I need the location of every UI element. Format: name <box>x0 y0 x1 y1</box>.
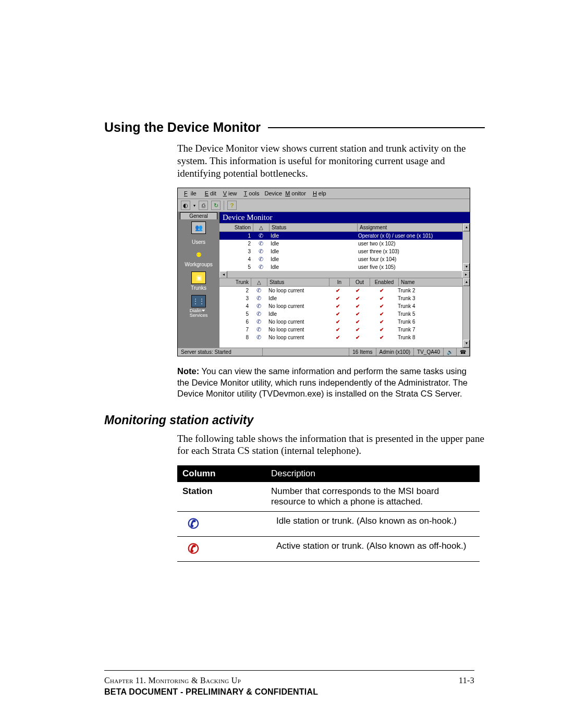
col-status[interactable]: Status <box>270 224 358 231</box>
check-icon: ✔ <box>380 311 384 317</box>
dialing-icon: ⋮⋮ <box>191 295 206 307</box>
table-header: Column Description <box>177 465 480 482</box>
sidebar-item-trunks[interactable]: ▣Trunks <box>178 269 219 293</box>
toolbar: ◐ ▾ ⎙ ↻ ? <box>178 199 470 212</box>
menu-edit[interactable]: Edit <box>202 190 218 197</box>
subsection-heading: Monitoring station activity <box>104 413 485 427</box>
sidebar: General 👥 Users ⚉Workgroups ▣Trunks ⋮⋮Di… <box>178 212 219 348</box>
cell-idle-desc: Idle station or trunk. (Also known as on… <box>271 516 480 532</box>
check-icon: ✔ <box>336 319 340 325</box>
scroll-track[interactable] <box>227 271 462 278</box>
station-row[interactable]: 3✆Idleuser three (x 103) <box>219 248 470 255</box>
col-trunk-status[interactable]: Status <box>267 278 329 286</box>
check-icon: ✔ <box>380 327 384 332</box>
check-icon: ✔ <box>336 311 340 317</box>
sub-intro: The following table shows the informatio… <box>177 433 485 458</box>
trunk-row[interactable]: 2✆No loop current✔✔✔Trunk 2 <box>219 287 470 294</box>
table-row: Station Number that corresponds to the M… <box>177 482 480 512</box>
toolbar-dropdown-icon[interactable]: ▾ <box>193 203 195 208</box>
trunk-row[interactable]: 8✆No loop current✔✔✔Trunk 8 <box>219 334 470 341</box>
scroll-down-icon[interactable]: ▾ <box>463 340 470 348</box>
note-block: Note: You can view the same information … <box>177 366 480 399</box>
check-icon: ✔ <box>380 319 384 325</box>
toolbar-print-icon[interactable]: ⎙ <box>199 201 208 210</box>
phone-idle-icon: ✆ <box>259 232 263 239</box>
trunk-grid: Trunk △ Status In Out Enabled Name 2✆No … <box>219 278 470 348</box>
col-sort-icon[interactable]: △ <box>251 278 267 286</box>
phone-idle-icon: ✆ <box>259 248 263 254</box>
trunk-grid-header: Trunk △ Status In Out Enabled Name <box>219 278 470 287</box>
col-sort-icon[interactable]: △ <box>253 224 270 231</box>
phone-active-icon: ✆ <box>188 541 199 557</box>
th-description: Description <box>266 465 480 482</box>
trunk-row[interactable]: 4✆No loop current✔✔✔Trunk 4 <box>219 302 470 310</box>
status-server: Server status: Started <box>178 348 263 356</box>
note-text: You can view the same information and pe… <box>177 366 468 398</box>
sidebar-item-dialing[interactable]: ⋮⋮Dialin⏷Services <box>178 293 219 320</box>
sidebar-label-trunks: Trunks <box>191 285 206 291</box>
toolbar-back-icon[interactable]: ◐ <box>181 201 190 210</box>
col-out[interactable]: Out <box>350 278 370 286</box>
cell-active-desc: Active station or trunk. (Also known as … <box>271 541 480 557</box>
toolbar-refresh-icon[interactable]: ↻ <box>211 201 221 210</box>
col-in[interactable]: In <box>329 278 350 286</box>
trunk-row[interactable]: 3✆Idle✔✔✔Trunk 3 <box>219 294 470 302</box>
station-row[interactable]: 5✆Idleuser five (x 105) <box>219 263 470 271</box>
sidebar-item-users[interactable]: Users <box>178 237 219 247</box>
check-icon: ✔ <box>356 327 360 332</box>
menu-file[interactable]: File <box>181 190 200 197</box>
phone-idle-icon: ✆ <box>259 240 263 246</box>
trunk-row[interactable]: 5✆Idle✔✔✔Trunk 5 <box>219 310 470 318</box>
phone-idle-icon: ✆ <box>256 311 261 317</box>
sidebar-item-workgroups[interactable]: ⚉Workgroups <box>178 247 219 269</box>
check-icon: ✔ <box>336 335 340 340</box>
sidebar-label-dialing: Dialin⏷Services <box>190 309 208 318</box>
menu-tools[interactable]: Tools <box>241 190 261 197</box>
sidebar-tab-general[interactable]: General <box>180 212 217 219</box>
toolbar-help-icon[interactable]: ? <box>227 201 237 210</box>
trunk-scroll-v[interactable]: ▴ ▾ <box>462 278 470 348</box>
phone-idle-icon: ✆ <box>188 516 199 532</box>
check-icon: ✔ <box>380 295 384 301</box>
check-icon: ✔ <box>380 288 384 293</box>
phone-idle-icon: ✆ <box>256 303 261 309</box>
col-station[interactable]: Station <box>219 224 253 231</box>
note-label: Note: <box>177 366 199 376</box>
check-icon: ✔ <box>356 295 360 301</box>
footer-line: Chapter 11. Monitoring & Backing Up 11-3 <box>104 676 474 685</box>
col-name[interactable]: Name <box>399 278 470 286</box>
sidebar-item-top[interactable]: 👥 <box>178 219 219 237</box>
phone-idle-icon: ✆ <box>256 295 261 301</box>
station-row[interactable]: 1✆IdleOperator (x 0) / user one (x 101) <box>219 232 470 240</box>
check-icon: ✔ <box>336 327 340 332</box>
station-row[interactable]: 2✆Idleuser two (x 102) <box>219 240 470 248</box>
scroll-up-icon[interactable]: ▴ <box>463 278 470 286</box>
scroll-up-icon[interactable]: ▴ <box>463 224 470 231</box>
menu-help[interactable]: Help <box>310 190 328 197</box>
trunk-row[interactable]: 7✆No loop current✔✔✔Trunk 7 <box>219 326 470 334</box>
table-row: ✆ Active station or trunk. (Also known a… <box>177 537 480 562</box>
workgroups-icon: ⚉ <box>192 249 205 261</box>
station-scroll-h[interactable]: ◂ ▸ <box>219 271 470 278</box>
menu-device-monitor[interactable]: Device Monitor <box>263 190 308 197</box>
sidebar-label-workgroups: Workgroups <box>185 262 213 267</box>
check-icon: ✔ <box>356 288 360 293</box>
table-row: ✆ Idle station or trunk. (Also known as … <box>177 512 480 537</box>
check-icon: ✔ <box>356 303 360 309</box>
status-admin: Admin (x100) <box>376 348 414 356</box>
scroll-down-icon[interactable]: ▾ <box>463 263 470 271</box>
users-group-icon: 👥 <box>191 221 206 234</box>
footer-rule <box>104 670 474 671</box>
col-enabled[interactable]: Enabled <box>370 278 399 286</box>
phone-idle-icon: ✆ <box>259 256 263 262</box>
col-trunk[interactable]: Trunk <box>219 278 251 286</box>
menubar: File Edit View Tools Device Monitor Help <box>178 188 470 199</box>
station-scroll-v[interactable]: ▴ ▾ <box>462 224 470 271</box>
col-assignment[interactable]: Assignment <box>358 224 470 231</box>
check-icon: ✔ <box>380 303 384 309</box>
trunk-row[interactable]: 6✆No loop current✔✔✔Trunk 6 <box>219 318 470 326</box>
menu-view[interactable]: View <box>220 190 239 197</box>
check-icon: ✔ <box>356 311 360 317</box>
intro-paragraph: The Device Monitor view shows current st… <box>177 142 485 179</box>
station-row[interactable]: 4✆Idleuser four (x 104) <box>219 255 470 263</box>
